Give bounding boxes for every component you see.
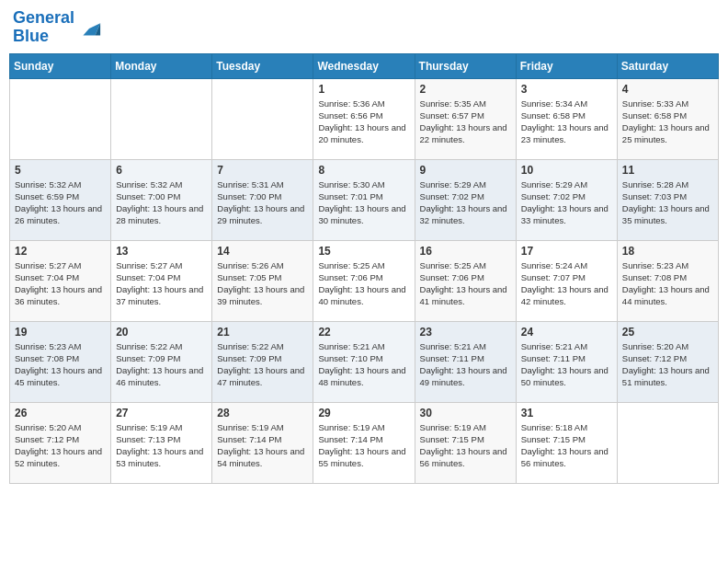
calendar-cell: 30 Sunrise: 5:19 AM Sunset: 7:15 PM Dayl… [415, 402, 516, 483]
day-info: Sunrise: 5:19 AM Sunset: 7:13 PM Dayligh… [116, 421, 207, 470]
day-info: Sunrise: 5:35 AM Sunset: 6:57 PM Dayligh… [420, 98, 511, 146]
day-info: Sunrise: 5:26 AM Sunset: 7:05 PM Dayligh… [217, 259, 308, 308]
day-number: 7 [217, 164, 308, 177]
day-number: 3 [521, 83, 612, 96]
day-number: 21 [217, 326, 308, 339]
calendar-cell: 18 Sunrise: 5:23 AM Sunset: 7:08 PM Dayl… [617, 240, 718, 321]
day-number: 23 [420, 326, 511, 339]
calendar-cell: 17 Sunrise: 5:24 AM Sunset: 7:07 PM Dayl… [516, 240, 617, 321]
calendar-cell [212, 78, 313, 159]
calendar-cell: 25 Sunrise: 5:20 AM Sunset: 7:12 PM Dayl… [617, 321, 718, 402]
calendar-cell: 4 Sunrise: 5:33 AM Sunset: 6:58 PM Dayli… [617, 78, 718, 159]
calendar-cell: 22 Sunrise: 5:21 AM Sunset: 7:10 PM Dayl… [313, 321, 415, 402]
day-info: Sunrise: 5:19 AM Sunset: 7:14 PM Dayligh… [217, 421, 308, 470]
calendar-week-row: 12 Sunrise: 5:27 AM Sunset: 7:04 PM Dayl… [10, 240, 719, 321]
day-number: 27 [116, 407, 207, 419]
day-info: Sunrise: 5:25 AM Sunset: 7:06 PM Dayligh… [420, 259, 511, 308]
day-info: Sunrise: 5:33 AM Sunset: 6:58 PM Dayligh… [622, 98, 713, 146]
day-info: Sunrise: 5:19 AM Sunset: 7:14 PM Dayligh… [318, 421, 409, 470]
day-info: Sunrise: 5:28 AM Sunset: 7:03 PM Dayligh… [622, 178, 713, 227]
calendar-cell: 16 Sunrise: 5:25 AM Sunset: 7:06 PM Dayl… [415, 240, 516, 321]
day-info: Sunrise: 5:30 AM Sunset: 7:01 PM Dayligh… [318, 178, 409, 227]
day-number: 26 [15, 407, 106, 419]
calendar-cell: 24 Sunrise: 5:21 AM Sunset: 7:11 PM Dayl… [516, 321, 617, 402]
logo: General Blue [13, 9, 102, 46]
day-number: 2 [420, 83, 511, 96]
day-header-wednesday: Wednesday [313, 53, 415, 78]
day-number: 31 [521, 407, 612, 419]
calendar-cell: 10 Sunrise: 5:29 AM Sunset: 7:02 PM Dayl… [516, 159, 617, 240]
calendar-cell: 23 Sunrise: 5:21 AM Sunset: 7:11 PM Dayl… [415, 321, 516, 402]
calendar-cell: 5 Sunrise: 5:32 AM Sunset: 6:59 PM Dayli… [10, 159, 111, 240]
day-number: 9 [420, 164, 511, 177]
day-number: 11 [622, 164, 713, 177]
day-number: 13 [116, 245, 207, 258]
day-info: Sunrise: 5:20 AM Sunset: 7:12 PM Dayligh… [15, 421, 106, 470]
day-number: 6 [116, 164, 207, 177]
calendar-cell [111, 78, 212, 159]
day-number: 18 [622, 245, 713, 258]
day-info: Sunrise: 5:22 AM Sunset: 7:09 PM Dayligh… [217, 340, 308, 389]
day-info: Sunrise: 5:32 AM Sunset: 6:59 PM Dayligh… [15, 178, 106, 227]
day-number: 30 [420, 407, 511, 419]
day-info: Sunrise: 5:18 AM Sunset: 7:15 PM Dayligh… [521, 421, 612, 470]
calendar-cell: 20 Sunrise: 5:22 AM Sunset: 7:09 PM Dayl… [111, 321, 212, 402]
day-number: 25 [622, 326, 713, 339]
day-info: Sunrise: 5:29 AM Sunset: 7:02 PM Dayligh… [521, 178, 612, 227]
day-header-monday: Monday [111, 53, 212, 78]
day-info: Sunrise: 5:19 AM Sunset: 7:15 PM Dayligh… [420, 421, 511, 470]
calendar-cell: 13 Sunrise: 5:27 AM Sunset: 7:04 PM Dayl… [111, 240, 212, 321]
calendar-cell: 28 Sunrise: 5:19 AM Sunset: 7:14 PM Dayl… [212, 402, 313, 483]
day-number: 19 [15, 326, 106, 339]
day-info: Sunrise: 5:32 AM Sunset: 7:00 PM Dayligh… [116, 178, 207, 227]
day-number: 17 [521, 245, 612, 258]
day-number: 29 [318, 407, 409, 419]
calendar-cell: 27 Sunrise: 5:19 AM Sunset: 7:13 PM Dayl… [111, 402, 212, 483]
calendar-cell [10, 78, 111, 159]
calendar-cell: 26 Sunrise: 5:20 AM Sunset: 7:12 PM Dayl… [10, 402, 111, 483]
day-info: Sunrise: 5:27 AM Sunset: 7:04 PM Dayligh… [15, 259, 106, 308]
calendar-cell: 21 Sunrise: 5:22 AM Sunset: 7:09 PM Dayl… [212, 321, 313, 402]
day-number: 4 [622, 83, 713, 96]
calendar-cell: 3 Sunrise: 5:34 AM Sunset: 6:58 PM Dayli… [516, 78, 617, 159]
calendar-week-row: 19 Sunrise: 5:23 AM Sunset: 7:08 PM Dayl… [10, 321, 719, 402]
day-number: 14 [217, 245, 308, 258]
day-info: Sunrise: 5:22 AM Sunset: 7:09 PM Dayligh… [116, 340, 207, 389]
day-info: Sunrise: 5:23 AM Sunset: 7:08 PM Dayligh… [15, 340, 106, 389]
day-info: Sunrise: 5:25 AM Sunset: 7:06 PM Dayligh… [318, 259, 409, 308]
calendar-week-row: 26 Sunrise: 5:20 AM Sunset: 7:12 PM Dayl… [10, 402, 719, 483]
day-number: 24 [521, 326, 612, 339]
calendar-cell: 29 Sunrise: 5:19 AM Sunset: 7:14 PM Dayl… [313, 402, 415, 483]
day-header-friday: Friday [516, 53, 617, 78]
calendar-week-row: 5 Sunrise: 5:32 AM Sunset: 6:59 PM Dayli… [10, 159, 719, 240]
day-number: 1 [318, 83, 409, 96]
day-number: 28 [217, 407, 308, 419]
day-info: Sunrise: 5:23 AM Sunset: 7:08 PM Dayligh… [622, 259, 713, 308]
calendar-week-row: 1 Sunrise: 5:36 AM Sunset: 6:56 PM Dayli… [10, 78, 719, 159]
day-number: 8 [318, 164, 409, 177]
calendar-cell: 9 Sunrise: 5:29 AM Sunset: 7:02 PM Dayli… [415, 159, 516, 240]
calendar-cell: 6 Sunrise: 5:32 AM Sunset: 7:00 PM Dayli… [111, 159, 212, 240]
calendar-cell: 31 Sunrise: 5:18 AM Sunset: 7:15 PM Dayl… [516, 402, 617, 483]
calendar-cell: 12 Sunrise: 5:27 AM Sunset: 7:04 PM Dayl… [10, 240, 111, 321]
day-number: 22 [318, 326, 409, 339]
day-number: 10 [521, 164, 612, 177]
logo-text: General Blue [13, 9, 74, 46]
calendar-cell: 15 Sunrise: 5:25 AM Sunset: 7:06 PM Dayl… [313, 240, 415, 321]
day-header-sunday: Sunday [10, 53, 111, 78]
calendar-cell [617, 402, 718, 483]
day-info: Sunrise: 5:21 AM Sunset: 7:11 PM Dayligh… [420, 340, 511, 389]
day-info: Sunrise: 5:24 AM Sunset: 7:07 PM Dayligh… [521, 259, 612, 308]
day-info: Sunrise: 5:29 AM Sunset: 7:02 PM Dayligh… [420, 178, 511, 227]
day-header-tuesday: Tuesday [212, 53, 313, 78]
calendar-cell: 7 Sunrise: 5:31 AM Sunset: 7:00 PM Dayli… [212, 159, 313, 240]
day-info: Sunrise: 5:34 AM Sunset: 6:58 PM Dayligh… [521, 98, 612, 146]
calendar-cell: 2 Sunrise: 5:35 AM Sunset: 6:57 PM Dayli… [415, 78, 516, 159]
calendar-cell: 1 Sunrise: 5:36 AM Sunset: 6:56 PM Dayli… [313, 78, 415, 159]
calendar-table: SundayMondayTuesdayWednesdayThursdayFrid… [9, 53, 719, 484]
calendar-cell: 19 Sunrise: 5:23 AM Sunset: 7:08 PM Dayl… [10, 321, 111, 402]
day-number: 20 [116, 326, 207, 339]
logo-icon [76, 15, 102, 40]
day-number: 5 [15, 164, 106, 177]
day-info: Sunrise: 5:21 AM Sunset: 7:10 PM Dayligh… [318, 340, 409, 389]
